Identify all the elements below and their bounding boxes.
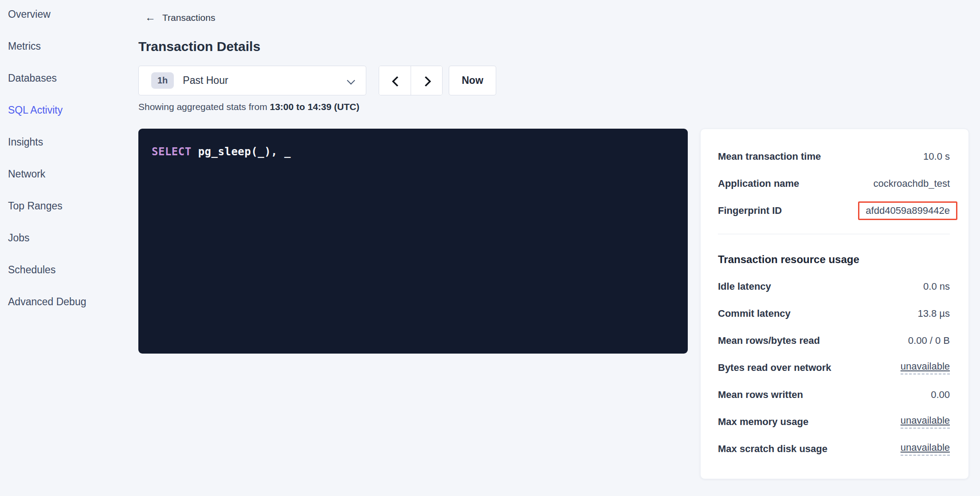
detail-label: Bytes read over network xyxy=(718,362,831,374)
detail-label: Max scratch disk usage xyxy=(718,443,827,455)
detail-row-commit-latency: Commit latency 13.8 µs xyxy=(718,300,950,327)
time-controls: 1h Past Hour Now xyxy=(138,66,980,95)
resource-rows: Idle latency 0.0 ns Commit latency 13.8 … xyxy=(718,273,950,462)
detail-row-bytes-read-over-network: Bytes read over network unavailable xyxy=(718,354,950,381)
detail-row-mean-rows-bytes-read: Mean rows/bytes read 0.00 / 0 B xyxy=(718,327,950,354)
detail-row-max-scratch-disk-usage: Max scratch disk usage unavailable xyxy=(718,435,950,462)
sidebar-item-top-ranges[interactable]: Top Ranges xyxy=(8,190,129,222)
sql-statement-box: SELECT pg_sleep(_), _ xyxy=(138,129,688,354)
sidebar-item-advanced-debug[interactable]: Advanced Debug xyxy=(8,286,129,318)
content-row: SELECT pg_sleep(_), _ Mean transaction t… xyxy=(138,129,980,479)
detail-row-fingerprint-id: Fingerprint ID afdd4059a899442e xyxy=(718,197,950,224)
sidebar-item-jobs[interactable]: Jobs xyxy=(8,222,129,254)
stats-line-range: 13:00 to 14:39 (UTC) xyxy=(270,102,360,112)
sidebar-item-schedules[interactable]: Schedules xyxy=(8,254,129,286)
detail-row-max-memory-usage: Max memory usage unavailable xyxy=(718,408,950,435)
detail-row-idle-latency: Idle latency 0.0 ns xyxy=(718,273,950,300)
detail-value: 13.8 µs xyxy=(917,308,950,319)
page-title: Transaction Details xyxy=(138,37,980,56)
detail-label: Mean rows/bytes read xyxy=(718,335,820,346)
detail-label: Mean transaction time xyxy=(718,151,821,162)
breadcrumb-transactions-link[interactable]: Transactions xyxy=(162,12,215,23)
detail-label: Fingerprint ID xyxy=(718,205,782,217)
detail-label: Max memory usage xyxy=(718,416,808,428)
aggregated-stats-line: Showing aggregated stats from 13:00 to 1… xyxy=(138,102,980,113)
detail-value: 10.0 s xyxy=(923,151,950,162)
detail-value: 0.0 ns xyxy=(923,281,950,292)
chevron-left-icon xyxy=(391,77,399,84)
detail-row-mean-rows-written: Mean rows written 0.00 xyxy=(718,381,950,408)
detail-value: cockroachdb_test xyxy=(874,178,950,189)
sql-statement-text: SELECT pg_sleep(_), _ xyxy=(152,146,674,158)
sidebar-item-network[interactable]: Network xyxy=(8,158,129,190)
resource-usage-heading: Transaction resource usage xyxy=(718,252,950,267)
sidebar-item-sql-activity[interactable]: SQL Activity xyxy=(8,94,129,126)
panel-divider xyxy=(718,234,950,234)
unavailable-tooltip-value[interactable]: unavailable xyxy=(901,442,950,456)
next-time-button[interactable] xyxy=(411,66,443,95)
unavailable-tooltip-value[interactable]: unavailable xyxy=(901,361,950,374)
stats-line-prefix: Showing aggregated stats from xyxy=(138,102,270,112)
sidebar: Overview Metrics Databases SQL Activity … xyxy=(0,0,129,496)
sidebar-nav-list: Overview Metrics Databases SQL Activity … xyxy=(8,0,129,318)
detail-label: Commit latency xyxy=(718,308,791,319)
detail-row-application-name: Application name cockroachdb_test xyxy=(718,170,950,197)
sql-keyword: SELECT xyxy=(152,146,192,158)
detail-label: Application name xyxy=(718,178,799,189)
time-range-dropdown[interactable]: 1h Past Hour xyxy=(138,66,366,95)
detail-label: Idle latency xyxy=(718,281,771,292)
sidebar-item-metrics[interactable]: Metrics xyxy=(8,30,129,62)
transaction-details-panel: Mean transaction time 10.0 s Application… xyxy=(700,129,969,479)
sidebar-item-databases[interactable]: Databases xyxy=(8,62,129,94)
main-content: ← Transactions Transaction Details 1h Pa… xyxy=(138,0,980,496)
time-range-badge: 1h xyxy=(151,72,174,89)
sidebar-item-insights[interactable]: Insights xyxy=(8,126,129,158)
sql-rest: pg_sleep(_), _ xyxy=(192,146,291,158)
detail-label: Mean rows written xyxy=(718,389,803,401)
prev-time-button[interactable] xyxy=(379,66,411,95)
detail-value: 0.00 / 0 B xyxy=(908,335,950,346)
breadcrumb: ← Transactions xyxy=(138,12,980,24)
time-range-selected-label: Past Hour xyxy=(183,75,228,87)
back-arrow-icon[interactable]: ← xyxy=(145,12,156,23)
chevron-right-icon xyxy=(423,77,430,84)
sidebar-item-overview[interactable]: Overview xyxy=(8,0,129,30)
detail-row-mean-transaction-time: Mean transaction time 10.0 s xyxy=(718,143,950,170)
fingerprint-id-value-highlighted: afdd4059a899442e xyxy=(858,201,957,220)
detail-value: 0.00 xyxy=(931,389,950,401)
time-pager xyxy=(379,66,443,95)
now-button[interactable]: Now xyxy=(449,66,496,95)
chevron-down-icon xyxy=(347,77,355,85)
unavailable-tooltip-value[interactable]: unavailable xyxy=(901,415,950,429)
